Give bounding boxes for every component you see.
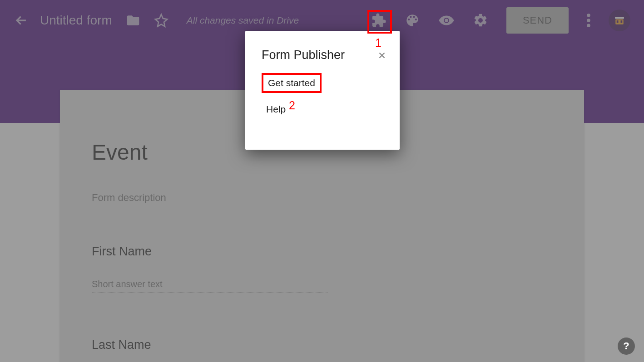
popup-item-help[interactable]: Help	[266, 104, 400, 115]
annotation-highlight-addons	[367, 10, 392, 34]
help-fab[interactable]: ?	[618, 338, 635, 355]
popup-item-get-started[interactable]: Get started	[262, 73, 322, 93]
annotation-number-1: 1	[375, 36, 381, 49]
popup-header: Form Publisher	[245, 48, 400, 71]
close-icon	[377, 50, 387, 60]
popup-title: Form Publisher	[262, 48, 345, 62]
popup-close-button[interactable]	[377, 50, 387, 60]
annotation-number-2: 2	[289, 99, 295, 112]
help-icon: ?	[623, 340, 629, 352]
